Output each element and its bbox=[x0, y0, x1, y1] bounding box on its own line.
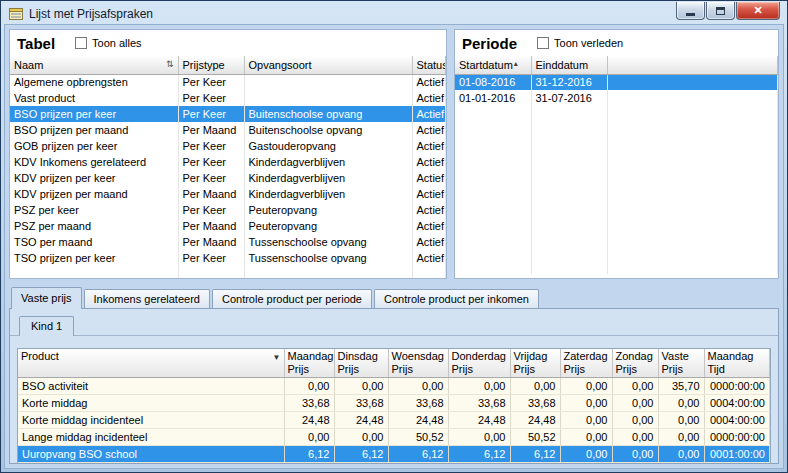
cell: BSO activiteit bbox=[18, 378, 284, 395]
column-header-opvangsoort[interactable]: Opvangsoort bbox=[244, 56, 412, 74]
table-row[interactable]: PSZ per maandPer MaandPeuteropvangActief bbox=[10, 218, 446, 234]
table-row[interactable]: KDV prijzen per maandPer MaandKinderdagv… bbox=[10, 186, 446, 202]
window-content: Tabel Toon alles Naam⇅ Prijstype Opvangs… bbox=[4, 24, 784, 469]
empty-rows-area bbox=[10, 266, 446, 279]
column-header-status[interactable]: Status bbox=[412, 56, 446, 74]
table-row[interactable]: Lange middag incidenteel0,000,0050,520,0… bbox=[18, 429, 770, 446]
tab-vaste-prijs[interactable]: Vaste prijs bbox=[11, 287, 82, 309]
cell: 6,12 bbox=[334, 446, 388, 463]
price-table: Product▼ MaandagPrijs DinsdagPrijs Woens… bbox=[18, 349, 770, 463]
cell: Actief bbox=[412, 106, 446, 122]
column-header-vrijdag-prijs[interactable]: VrijdagPrijs bbox=[510, 349, 560, 378]
periode-header-row: Startdatum▴ Einddatum bbox=[455, 56, 778, 74]
maximize-icon bbox=[716, 7, 725, 15]
cell: Vast product bbox=[10, 90, 178, 106]
column-header-maandag-tijd[interactable]: MaandagTijd bbox=[704, 349, 770, 378]
tab-kind-1[interactable]: Kind 1 bbox=[19, 316, 74, 336]
table-row[interactable]: BSO activiteit0,000,000,000,000,000,000,… bbox=[18, 378, 770, 395]
table-row[interactable]: Uuropvang BSO school6,126,126,126,126,12… bbox=[18, 446, 770, 463]
cell: 24,48 bbox=[448, 412, 510, 429]
column-header-zondag-prijs[interactable]: ZondagPrijs bbox=[612, 349, 658, 378]
column-header-vaste-prijs[interactable]: VastePrijs bbox=[658, 349, 704, 378]
tabel-title: Tabel bbox=[17, 35, 55, 52]
toon-alles-checkbox[interactable]: Toon alles bbox=[75, 37, 142, 49]
table-row[interactable]: Korte middag33,6833,6833,6833,6833,680,0… bbox=[18, 395, 770, 412]
cell: 31-12-2016 bbox=[531, 74, 607, 90]
sort-asc-icon: ▴ bbox=[514, 59, 518, 68]
column-header-startdatum[interactable]: Startdatum▴ bbox=[455, 56, 531, 74]
column-header-prijstype[interactable]: Prijstype bbox=[178, 56, 244, 74]
column-header-woensdag-prijs[interactable]: WoensdagPrijs bbox=[388, 349, 448, 378]
cell: Actief bbox=[412, 138, 446, 154]
cell: GOB prijzen per keer bbox=[10, 138, 178, 154]
checkbox-label: Toon alles bbox=[92, 37, 142, 49]
cell: Per Keer bbox=[178, 74, 244, 90]
cell: Actief bbox=[412, 202, 446, 218]
cell: 0,00 bbox=[560, 395, 612, 412]
table-row[interactable]: KDV prijzen per keerPer KeerKinderdagver… bbox=[10, 170, 446, 186]
vaste-prijs-tab-page: Kind 1 Product▼ MaandagPrijs DinsdagPrij… bbox=[9, 308, 779, 464]
price-header-row: Product▼ MaandagPrijs DinsdagPrijs Woens… bbox=[18, 349, 770, 378]
cell: 0,00 bbox=[334, 429, 388, 446]
tab-controle-product-per-inkomen[interactable]: Controle product per inkomen bbox=[374, 289, 539, 308]
column-header-donderdag-prijs[interactable]: DonderdagPrijs bbox=[448, 349, 510, 378]
cell: 33,68 bbox=[284, 395, 334, 412]
column-header-einddatum[interactable]: Einddatum bbox=[531, 56, 607, 74]
tab-inkomens-gerelateerd[interactable]: Inkomens gerelateerd bbox=[84, 289, 210, 308]
maximize-button[interactable] bbox=[706, 2, 735, 20]
cell: 0,00 bbox=[448, 378, 510, 395]
cell: PSZ per maand bbox=[10, 218, 178, 234]
cell: Actief bbox=[412, 218, 446, 234]
column-header-maandag-prijs[interactable]: MaandagPrijs bbox=[284, 349, 334, 378]
close-icon: ✕ bbox=[753, 4, 762, 17]
close-button[interactable]: ✕ bbox=[736, 2, 780, 20]
cell: 33,68 bbox=[388, 395, 448, 412]
cell: 0000:00:00 bbox=[704, 429, 770, 446]
table-row[interactable]: KDV Inkomens gerelateerdPer KeerKinderda… bbox=[10, 154, 446, 170]
cell: 0,00 bbox=[560, 429, 612, 446]
cell: Per Keer bbox=[178, 202, 244, 218]
sort-desc-icon: ▼ bbox=[273, 351, 281, 364]
table-row[interactable]: TSO prijzen per keerPer KeerTussenschool… bbox=[10, 250, 446, 266]
table-row[interactable]: BSO prijzen per maandPer MaandBuitenscho… bbox=[10, 122, 446, 138]
cell bbox=[244, 74, 412, 90]
cell: Actief bbox=[412, 250, 446, 266]
top-row: Tabel Toon alles Naam⇅ Prijstype Opvangs… bbox=[9, 29, 779, 279]
tabel-table: Naam⇅ Prijstype Opvangsoort Status Algem… bbox=[10, 56, 446, 279]
cell: Per Keer bbox=[178, 154, 244, 170]
cell: 33,68 bbox=[510, 395, 560, 412]
table-row[interactable]: 01-08-201631-12-2016 bbox=[455, 74, 778, 90]
table-row[interactable]: Vast productPer KeerActief bbox=[10, 90, 446, 106]
table-row[interactable]: 01-01-201631-07-2016 bbox=[455, 90, 778, 106]
cell: Actief bbox=[412, 234, 446, 250]
table-row[interactable]: TSO per maandPer MaandTussenschoolse opv… bbox=[10, 234, 446, 250]
table-row[interactable]: BSO prijzen per keerPer KeerBuitenschool… bbox=[10, 106, 446, 122]
column-header-dinsdag-prijs[interactable]: DinsdagPrijs bbox=[334, 349, 388, 378]
cell: Algemene opbrengsten bbox=[10, 74, 178, 90]
toon-verleden-checkbox[interactable]: Toon verleden bbox=[537, 37, 623, 49]
table-row[interactable]: Algemene opbrengstenPer KeerActief bbox=[10, 74, 446, 90]
cell: Peuteropvang bbox=[244, 218, 412, 234]
column-header-empty bbox=[607, 56, 778, 74]
minimize-button[interactable] bbox=[676, 2, 705, 20]
cell: Per Keer bbox=[178, 106, 244, 122]
table-row[interactable]: Korte middag incidenteel24,4824,4824,482… bbox=[18, 412, 770, 429]
cell: Per Keer bbox=[178, 138, 244, 154]
price-grid: Product▼ MaandagPrijs DinsdagPrijs Woens… bbox=[17, 348, 771, 464]
table-row[interactable]: GOB prijzen per keerPer KeerGastouderopv… bbox=[10, 138, 446, 154]
app-icon bbox=[9, 7, 24, 21]
cell: TSO prijzen per keer bbox=[10, 250, 178, 266]
cell: 0,00 bbox=[510, 378, 560, 395]
cell: 0,00 bbox=[658, 395, 704, 412]
cell: 0,00 bbox=[612, 429, 658, 446]
column-header-naam[interactable]: Naam⇅ bbox=[10, 56, 178, 74]
cell: Gastouderopvang bbox=[244, 138, 412, 154]
minimize-icon bbox=[686, 13, 695, 16]
cell: 0004:00:00 bbox=[704, 412, 770, 429]
cell: Actief bbox=[412, 74, 446, 90]
empty-rows-area bbox=[455, 106, 778, 274]
column-header-product[interactable]: Product▼ bbox=[18, 349, 284, 378]
tab-controle-product-per-periode[interactable]: Controle product per periode bbox=[212, 289, 372, 308]
table-row[interactable]: PSZ per keerPer KeerPeuteropvangActief bbox=[10, 202, 446, 218]
column-header-zaterdag-prijs[interactable]: ZaterdagPrijs bbox=[560, 349, 612, 378]
